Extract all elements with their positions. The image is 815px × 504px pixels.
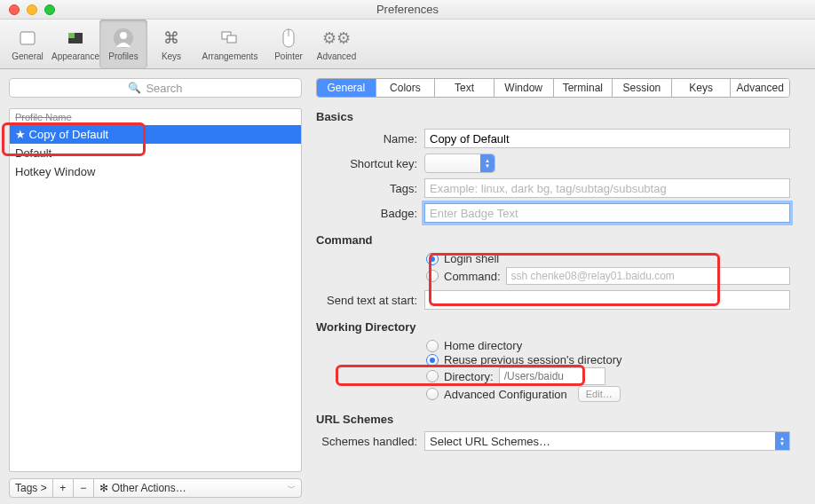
send-text-input[interactable] [424, 290, 790, 310]
name-label: Name: [316, 132, 424, 146]
badge-input[interactable] [424, 203, 790, 223]
minimize-window-button[interactable] [27, 4, 37, 15]
cmd-icon: ⌘ [160, 27, 183, 50]
schemes-label: Schemes handled: [316, 435, 424, 448]
profiles-sidebar: 🔍 Search Profile Name ★ Copy of Default … [0, 69, 311, 504]
basics-heading: Basics [316, 110, 790, 123]
profile-row-default[interactable]: Default [10, 144, 301, 162]
toolbar-label: Keys [162, 51, 181, 61]
url-schemes-heading: URL Schemes [316, 413, 790, 426]
content: 🔍 Search Profile Name ★ Copy of Default … [0, 69, 815, 504]
titlebar: Preferences [0, 0, 815, 20]
login-shell-label: Login shell [444, 252, 499, 265]
gears-icon: ⚙︎⚙︎ [325, 27, 348, 50]
zoom-window-button[interactable] [44, 4, 55, 15]
toolbar-general[interactable]: General [4, 20, 51, 68]
toolbar-appearance[interactable]: Appearance [51, 20, 99, 68]
shortcut-select[interactable]: ▲▼ [424, 154, 495, 173]
search-input[interactable]: 🔍 Search [9, 78, 302, 98]
radio-advanced-config[interactable] [426, 388, 439, 400]
radio-command[interactable] [426, 270, 439, 282]
tab-colors[interactable]: Colors [376, 79, 436, 97]
shortcut-label: Shortcut key: [316, 157, 424, 170]
preferences-toolbar: General Appearance Profiles ⌘ Keys Arran… [0, 20, 815, 69]
toolbar-label: Appearance [51, 51, 99, 61]
profile-list-header: Profile Name [10, 109, 301, 125]
toolbar-label: Advanced [317, 51, 356, 61]
chevron-updown-icon: ▲▼ [480, 154, 495, 172]
profile-list[interactable]: Profile Name ★ Copy of Default Default H… [9, 108, 302, 472]
close-window-button[interactable] [9, 4, 20, 15]
toolbar-advanced[interactable]: ⚙︎⚙︎ Advanced [313, 20, 360, 68]
url-schemes-select[interactable]: Select URL Schemes… ▲▼ [424, 431, 790, 451]
swatch-icon [64, 27, 87, 50]
reuse-dir-label: Reuse previous session's directory [444, 353, 621, 366]
tab-text[interactable]: Text [435, 79, 495, 97]
command-input[interactable] [506, 267, 790, 285]
working-heading: Working Directory [316, 320, 790, 334]
home-dir-label: Home directory [444, 339, 522, 352]
add-profile-button[interactable]: + [52, 478, 74, 498]
edit-button[interactable]: Edit… [578, 386, 621, 402]
svg-rect-0 [20, 32, 35, 44]
rect-icon [16, 27, 39, 50]
tab-session[interactable]: Session [613, 79, 672, 97]
radio-home-dir[interactable] [426, 340, 439, 352]
other-actions-dropdown[interactable]: ✻ Other Actions… ﹀ [93, 478, 302, 498]
radio-directory[interactable] [426, 370, 439, 382]
toolbar-keys[interactable]: ⌘ Keys [147, 20, 195, 68]
radio-login-shell[interactable] [426, 253, 439, 265]
remove-profile-button[interactable]: − [73, 478, 94, 498]
other-actions-label: Other Actions… [112, 482, 186, 494]
profile-row-hotkey-window[interactable]: Hotkey Window [10, 162, 301, 181]
person-icon [112, 27, 135, 50]
mouse-icon [277, 27, 300, 50]
toolbar-label: Profiles [108, 51, 138, 61]
toolbar-profiles[interactable]: Profiles [99, 20, 147, 68]
search-icon: 🔍 [128, 82, 141, 94]
chevron-updown-icon: ▲▼ [775, 432, 789, 450]
toolbar-label: Arrangements [202, 51, 258, 61]
profile-tabs: General Colors Text Window Terminal Sess… [316, 78, 790, 98]
tab-window[interactable]: Window [495, 79, 554, 97]
tags-input[interactable] [424, 178, 790, 198]
command-heading: Command [316, 233, 790, 247]
window-title: Preferences [0, 3, 815, 16]
toolbar-label: Pointer [274, 51, 303, 61]
send-text-label: Send text at start: [316, 294, 424, 307]
tags-label: Tags: [316, 182, 424, 195]
toolbar-pointer[interactable]: Pointer [265, 20, 313, 68]
tab-general[interactable]: General [317, 79, 376, 97]
svg-rect-6 [227, 35, 236, 43]
gear-icon: ✻ [99, 482, 108, 494]
directory-input[interactable] [499, 367, 605, 385]
profile-detail-panel: General Colors Text Window Terminal Sess… [311, 69, 815, 504]
toolbar-label: General [12, 51, 44, 61]
toolbar-arrangements[interactable]: Arrangements [195, 20, 265, 68]
window-controls [9, 4, 55, 15]
badge-label: Badge: [316, 207, 424, 220]
svg-rect-2 [68, 33, 75, 38]
advanced-config-label: Advanced Configuration [444, 388, 567, 401]
tab-keys[interactable]: Keys [672, 79, 732, 97]
tab-advanced[interactable]: Advanced [731, 79, 789, 97]
radio-reuse-dir[interactable] [426, 354, 439, 366]
tab-terminal[interactable]: Terminal [554, 79, 613, 97]
chevron-down-icon: ﹀ [288, 483, 296, 494]
profile-row-copy-of-default[interactable]: ★ Copy of Default [10, 125, 301, 144]
profile-actions-bar: Tags > + − ✻ Other Actions… ﹀ [9, 477, 302, 499]
search-placeholder: Search [146, 82, 182, 95]
command-radio-label: Command: [444, 270, 501, 283]
tags-button[interactable]: Tags > [9, 478, 53, 498]
name-input[interactable] [424, 129, 790, 148]
directory-label: Directory: [444, 370, 494, 383]
windows-icon [218, 27, 241, 50]
url-schemes-value: Select URL Schemes… [430, 435, 550, 448]
svg-point-4 [120, 32, 127, 39]
